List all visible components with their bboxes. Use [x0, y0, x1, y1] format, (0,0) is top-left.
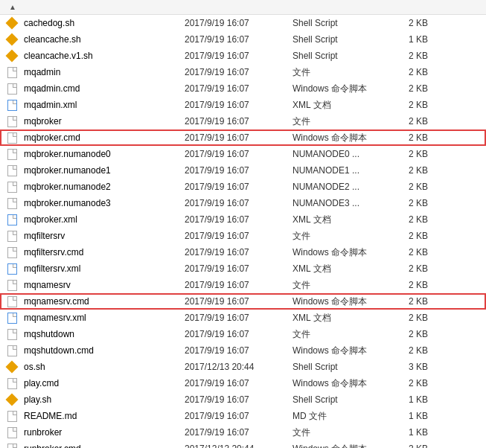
- file-size-cell: 2 KB: [389, 165, 434, 176]
- file-type-cell: NUMANODE0 ...: [292, 149, 389, 159]
- table-row[interactable]: play.sh 2017/9/19 16:07 Shell Script 1 K…: [0, 391, 486, 408]
- file-name-text: mqbroker: [24, 116, 188, 127]
- file-name-cell: mqadmin: [6, 66, 185, 78]
- file-date-cell: 2017/9/19 16:07: [185, 394, 292, 405]
- table-row[interactable]: cachedog.sh 2017/9/19 16:07 Shell Script…: [0, 15, 486, 31]
- file-name-cell: README.md: [6, 410, 185, 422]
- file-list: ▲ cachedog.sh 2017/9/19 16:07 Shell Scri…: [0, 0, 486, 448]
- file-size-cell: 2 KB: [389, 100, 434, 110]
- table-row[interactable]: mqshutdown.cmd 2017/9/19 16:07 Windows 命…: [0, 342, 486, 359]
- file-name-cell: runbroker: [6, 426, 185, 438]
- table-row[interactable]: mqbroker.numanode3 2017/9/19 16:07 NUMAN…: [0, 195, 486, 211]
- file-type-cell: Windows 命令脚本: [292, 295, 389, 308]
- file-name-cell: mqbroker.numanode2: [6, 181, 185, 193]
- file-size-cell: 2 KB: [389, 214, 434, 225]
- table-row[interactable]: README.md 2017/9/19 16:07 MD 文件 1 KB: [0, 408, 486, 424]
- file-name-text: mqbroker.numanode1: [24, 165, 188, 176]
- cmd-icon: [6, 246, 18, 258]
- table-row[interactable]: os.sh 2017/12/13 20:44 Shell Script 3 KB: [0, 359, 486, 375]
- file-size-cell: 2 KB: [389, 263, 434, 274]
- file-date-cell: 2017/9/19 16:07: [185, 51, 292, 61]
- table-row[interactable]: mqbroker.numanode0 2017/9/19 16:07 NUMAN…: [0, 146, 486, 162]
- table-row[interactable]: mqbroker.xml 2017/9/19 16:07 XML 文档 2 KB: [0, 211, 486, 228]
- file-name-text: mqfiltersrv.xml: [24, 263, 188, 274]
- shell-icon: [6, 33, 18, 45]
- file-icon: [6, 181, 18, 193]
- file-date-cell: 2017/9/19 16:07: [185, 165, 292, 176]
- file-explorer: ▲ cachedog.sh 2017/9/19 16:07 Shell Scri…: [0, 0, 486, 448]
- shell-icon: [6, 50, 18, 62]
- header-name[interactable]: ▲: [6, 3, 185, 11]
- file-size-cell: 2 KB: [389, 149, 434, 159]
- table-row[interactable]: mqfiltersrv.xml 2017/9/19 16:07 XML 文档 2…: [0, 260, 486, 277]
- cmd-icon: [6, 83, 18, 95]
- file-date-cell: 2017/9/19 16:07: [185, 83, 292, 94]
- file-date-cell: 2017/9/19 16:07: [185, 116, 292, 127]
- sort-arrow-icon: ▲: [9, 3, 16, 11]
- file-size-cell: 2 KB: [389, 296, 434, 307]
- table-row[interactable]: play.cmd 2017/9/19 16:07 Windows 命令脚本 2 …: [0, 375, 486, 391]
- table-row[interactable]: mqnamesrv 2017/9/19 16:07 文件 2 KB: [0, 277, 486, 293]
- file-date-cell: 2017/9/19 16:07: [185, 231, 292, 241]
- file-size-cell: 2 KB: [389, 67, 434, 77]
- file-type-cell: Shell Script: [292, 34, 389, 45]
- table-row[interactable]: runbroker.cmd 2017/12/13 20:44 Windows 命…: [0, 441, 486, 448]
- file-type-cell: 文件: [292, 230, 389, 243]
- file-size-cell: 2 KB: [389, 444, 434, 448]
- file-size-cell: 2 KB: [389, 378, 434, 388]
- file-type-cell: NUMANODE3 ...: [292, 198, 389, 208]
- file-icon: [6, 410, 18, 422]
- table-row[interactable]: mqadmin.xml 2017/9/19 16:07 XML 文档 2 KB: [0, 97, 486, 113]
- file-date-cell: 2017/9/19 16:07: [185, 280, 292, 290]
- file-date-cell: 2017/12/13 20:44: [185, 362, 292, 372]
- file-type-cell: Windows 命令脚本: [292, 443, 389, 449]
- file-name-cell: mqfiltersrv.xml: [6, 263, 185, 275]
- file-date-cell: 2017/9/19 16:07: [185, 214, 292, 225]
- table-row[interactable]: mqbroker.numanode1 2017/9/19 16:07 NUMAN…: [0, 162, 486, 179]
- file-date-cell: 2017/9/19 16:07: [185, 198, 292, 208]
- file-type-cell: XML 文档: [292, 214, 389, 226]
- table-row[interactable]: runbroker 2017/9/19 16:07 文件 1 KB: [0, 424, 486, 441]
- table-row[interactable]: mqshutdown 2017/9/19 16:07 文件 2 KB: [0, 326, 486, 342]
- table-row[interactable]: cleancache.sh 2017/9/19 16:07 Shell Scri…: [0, 31, 486, 48]
- file-date-cell: 2017/9/19 16:07: [185, 100, 292, 110]
- table-row[interactable]: mqadmin 2017/9/19 16:07 文件 2 KB: [0, 64, 486, 80]
- file-type-cell: 文件: [292, 279, 389, 292]
- table-row[interactable]: mqbroker.cmd 2 2017/9/19 16:07 Windows 命…: [0, 129, 486, 146]
- file-date-cell: 2017/9/19 16:07: [185, 427, 292, 438]
- file-date-cell: 2017/9/19 16:07: [185, 411, 292, 421]
- file-name-text: README.md: [24, 411, 188, 421]
- file-name-text: runbroker.cmd: [24, 444, 188, 448]
- file-size-cell: 2 KB: [389, 345, 434, 356]
- file-date-cell: 2017/9/19 16:07: [185, 263, 292, 274]
- shell-icon: [6, 17, 18, 29]
- file-size-cell: 2 KB: [389, 198, 434, 208]
- file-name-text: mqfiltersrv: [24, 231, 188, 241]
- table-row[interactable]: mqadmin.cmd 2017/9/19 16:07 Windows 命令脚本…: [0, 80, 486, 97]
- file-size-cell: 2 KB: [389, 329, 434, 339]
- file-name-text: play.sh: [24, 394, 188, 405]
- table-row[interactable]: mqfiltersrv.cmd 2017/9/19 16:07 Windows …: [0, 244, 486, 260]
- file-type-cell: Windows 命令脚本: [292, 132, 389, 144]
- file-icon: [6, 164, 18, 176]
- file-type-cell: MD 文件: [292, 410, 389, 423]
- table-row[interactable]: mqfiltersrv 2017/9/19 16:07 文件 2 KB: [0, 228, 486, 244]
- file-name-text: mqbroker.xml: [24, 214, 188, 225]
- file-size-cell: 1 KB: [389, 411, 434, 421]
- table-row[interactable]: mqnamesrv.xml 2017/9/19 16:07 XML 文档 2 K…: [0, 310, 486, 326]
- file-date-cell: 2017/9/19 16:07: [185, 313, 292, 323]
- file-size-cell: 2 KB: [389, 247, 434, 257]
- table-row[interactable]: mqnamesrv.cmd 1 2017/9/19 16:07 Windows …: [0, 293, 486, 310]
- table-row[interactable]: cleancache.v1.sh 2017/9/19 16:07 Shell S…: [0, 48, 486, 64]
- file-size-cell: 2 KB: [389, 231, 434, 241]
- file-icon: [6, 148, 18, 160]
- file-name-text: mqadmin.xml: [24, 100, 188, 110]
- xml-icon: [6, 214, 18, 225]
- file-name-cell: mqbroker.numanode3: [6, 197, 185, 209]
- shell-icon: [6, 361, 18, 373]
- file-name-cell: play.cmd: [6, 377, 185, 389]
- file-type-cell: Shell Script: [292, 394, 389, 405]
- table-row[interactable]: mqbroker.numanode2 2017/9/19 16:07 NUMAN…: [0, 179, 486, 195]
- file-name-text: mqshutdown.cmd: [24, 345, 188, 356]
- table-row[interactable]: mqbroker 2017/9/19 16:07 文件 2 KB: [0, 113, 486, 129]
